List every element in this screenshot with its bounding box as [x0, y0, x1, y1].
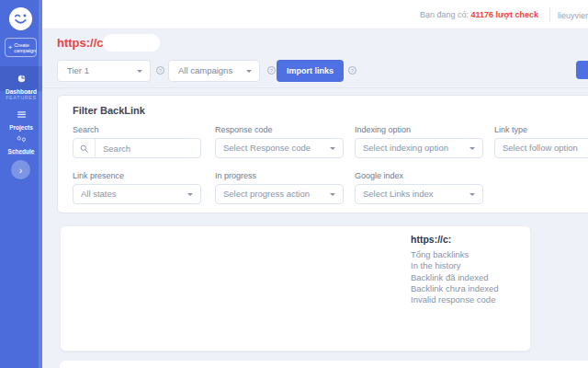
- campaign-select-value: All campaigns: [178, 65, 232, 75]
- stats-row-not-indexed: Backlink chưa indexed: [411, 283, 499, 294]
- chevron-down-icon: [137, 70, 142, 73]
- stats-row-history: In the history: [411, 260, 499, 271]
- chevron-down-icon: [469, 147, 475, 150]
- schedule-gears-icon: [17, 130, 27, 145]
- link-presence-field-group: Link presence All states: [73, 171, 201, 204]
- field-label: Search: [73, 125, 201, 134]
- select-value: All states: [81, 189, 117, 199]
- credits-label: Bạn đang có:: [420, 10, 469, 19]
- stats-list: Tổng backlinks In the history Backlink đ…: [411, 249, 499, 305]
- stats-row-invalid-response: Invalid response code: [411, 294, 499, 305]
- in-progress-field-group: In progress Select progress action: [215, 171, 344, 204]
- select-value: Select follow option: [503, 143, 578, 153]
- tier-select[interactable]: Tier 1: [57, 60, 151, 82]
- campaign-help-icon[interactable]: ?: [267, 66, 276, 75]
- results-table-card: [60, 361, 588, 368]
- header-divider: [549, 7, 550, 21]
- projects-list-icon: [17, 106, 26, 121]
- chevron-down-icon: [187, 193, 193, 196]
- section-divider: [42, 87, 588, 88]
- field-label: In progress: [215, 171, 344, 180]
- link-type-select[interactable]: Select follow option: [494, 138, 588, 158]
- backlink-stats-card: https://c: Tổng backlinks In the history…: [60, 225, 531, 351]
- select-value: Select progress action: [223, 189, 310, 199]
- campaign-select[interactable]: All campaigns: [168, 60, 260, 82]
- search-field-group: Search: [73, 125, 201, 158]
- import-help-icon[interactable]: ?: [348, 66, 356, 75]
- redacted-url-box: [103, 34, 160, 52]
- select-value: Select indexing option: [363, 143, 448, 153]
- sidebar-section-label: FEATURES: [0, 95, 42, 100]
- plus-icon: +: [8, 44, 13, 52]
- sidebar-item-projects[interactable]: Projects: [0, 106, 42, 126]
- page-title-url: https://c: [57, 36, 104, 50]
- sidebar-collapse-toggle[interactable]: ›: [11, 160, 30, 179]
- app-logo-smiley-icon[interactable]: [8, 6, 33, 31]
- chevron-down-icon: [330, 193, 335, 196]
- credits-status: Bạn đang có: 41176 lượt check: [420, 10, 538, 19]
- credits-value: 41176 lượt check: [471, 10, 538, 19]
- chevron-down-icon: [246, 70, 252, 73]
- import-links-button[interactable]: Import links: [277, 60, 344, 82]
- response-code-field-group: Response code Select Response code: [215, 125, 344, 158]
- user-menu[interactable]: lieuyvien9: [558, 11, 588, 20]
- chevron-right-icon: ›: [19, 165, 23, 176]
- sidebar-divider: [7, 154, 35, 155]
- sidebar: + Create campaign Dashboard FEATURES Pro…: [0, 0, 42, 368]
- create-campaign-button[interactable]: + Create campaign: [5, 38, 37, 57]
- filter-backlink-panel: Filter BackLink Search Response code Sel…: [57, 95, 588, 213]
- main-content: https://c Tier 1 ? All campaigns ? Impor…: [42, 29, 588, 368]
- chevron-down-icon: [330, 147, 335, 150]
- field-label: Indexing option: [355, 125, 483, 134]
- field-label: Google index: [355, 171, 483, 180]
- edge-action-button[interactable]: [576, 61, 588, 79]
- stats-url-title: https://c:: [411, 234, 451, 245]
- search-input-wrapper: [73, 138, 201, 158]
- sidebar-item-label: Dashboard: [0, 88, 42, 95]
- google-index-select[interactable]: Select Links index: [355, 184, 483, 204]
- indexing-option-select[interactable]: Select indexing option: [355, 138, 483, 158]
- response-code-select[interactable]: Select Response code: [215, 138, 344, 158]
- field-label: Link presence: [73, 171, 201, 180]
- sidebar-item-dashboard[interactable]: Dashboard: [0, 66, 42, 91]
- search-input[interactable]: [96, 139, 200, 157]
- create-campaign-label: Create campaign: [14, 42, 33, 53]
- link-presence-select[interactable]: All states: [73, 184, 201, 204]
- indexing-option-field-group: Indexing option Select indexing option: [355, 125, 483, 158]
- top-header: Bạn đang có: 41176 lượt check lieuyvien9: [42, 0, 588, 29]
- google-index-field-group: Google index Select Links index: [355, 171, 483, 204]
- field-label: Response code: [215, 125, 344, 134]
- dashboard-pie-icon: [17, 70, 26, 86]
- in-progress-select[interactable]: Select progress action: [215, 184, 344, 204]
- panel-title: Filter BackLink: [73, 105, 145, 116]
- tier-help-icon[interactable]: ?: [156, 66, 164, 75]
- link-type-field-group: Link type Select follow option: [494, 125, 588, 158]
- stats-row-indexed: Backlink đã indexed: [411, 272, 499, 283]
- select-value: Select Response code: [223, 143, 311, 153]
- search-icon: [74, 139, 96, 157]
- field-label: Link type: [494, 125, 588, 134]
- sidebar-scrollbar[interactable]: [39, 0, 42, 368]
- tier-select-value: Tier 1: [67, 65, 89, 75]
- sidebar-item-schedule[interactable]: Schedule: [0, 130, 42, 150]
- select-value: Select Links index: [363, 189, 434, 199]
- chevron-down-icon: [469, 193, 475, 196]
- stats-row-total-backlinks: Tổng backlinks: [411, 249, 499, 260]
